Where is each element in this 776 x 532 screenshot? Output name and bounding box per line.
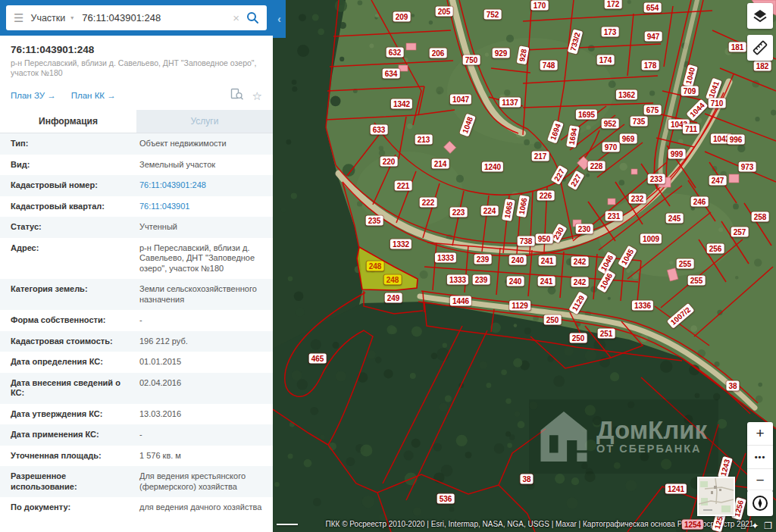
parcel-label[interactable]: 735 bbox=[630, 117, 648, 127]
parcel-label[interactable]: 248 bbox=[367, 261, 384, 271]
measure-button[interactable] bbox=[747, 35, 773, 61]
parcel-label[interactable]: 1009 bbox=[640, 234, 662, 244]
parcel-label[interactable]: 249 bbox=[385, 293, 402, 303]
parcel-label[interactable]: 182 bbox=[754, 61, 771, 71]
tab-services[interactable]: Услуги bbox=[136, 110, 273, 133]
parcel-label[interactable]: 242 bbox=[571, 257, 589, 267]
parcel-label[interactable]: 226 bbox=[537, 191, 555, 201]
parcel-label[interactable]: 947 bbox=[645, 32, 662, 42]
parcel-label[interactable]: 251 bbox=[598, 329, 615, 339]
parcel-label[interactable]: 239 bbox=[474, 255, 492, 264]
doc-search-icon[interactable] bbox=[230, 88, 243, 103]
parcel-label[interactable]: 38 bbox=[520, 474, 533, 484]
parcel-label[interactable]: 1241 bbox=[665, 484, 687, 494]
parcel-label[interactable]: 1240 bbox=[482, 162, 503, 172]
zoom-in-button[interactable]: + bbox=[747, 422, 773, 446]
parcel-label[interactable]: 221 bbox=[395, 181, 412, 191]
parcel-label[interactable]: 214 bbox=[432, 159, 449, 169]
parcel-label[interactable]: 240 bbox=[507, 277, 524, 286]
parcel-label[interactable]: 1446 bbox=[450, 296, 471, 306]
parcel-label[interactable]: 233 bbox=[648, 174, 665, 184]
parcel-label[interactable]: 248 bbox=[384, 275, 402, 285]
zoom-out-button[interactable]: − bbox=[747, 469, 773, 492]
parcel-label[interactable]: 632 bbox=[386, 48, 404, 58]
parcel-label[interactable]: 710 bbox=[709, 99, 726, 108]
more-options-button[interactable]: ••• bbox=[747, 446, 773, 469]
parcel-label[interactable]: 654 bbox=[644, 3, 662, 13]
parcel-label[interactable]: 709 bbox=[681, 86, 699, 96]
parcel-label[interactable]: 1129 bbox=[509, 301, 530, 311]
parcel-label[interactable]: 1333 bbox=[435, 253, 456, 263]
parcel-label[interactable]: 675 bbox=[644, 105, 662, 115]
parcel-label[interactable]: 209 bbox=[393, 12, 411, 22]
parcel-label[interactable]: 950 bbox=[536, 234, 553, 244]
parcel-label[interactable]: 240 bbox=[509, 255, 527, 265]
parcel-label[interactable]: 1342 bbox=[391, 99, 412, 109]
tab-information[interactable]: Информация bbox=[0, 110, 136, 133]
parcel-label[interactable]: 245 bbox=[666, 214, 684, 224]
parcel-label[interactable]: 1047 bbox=[450, 95, 471, 105]
parcel-label[interactable]: 1332 bbox=[390, 239, 411, 249]
parcel-label[interactable]: 255 bbox=[677, 259, 694, 269]
parcel-label[interactable]: 172 bbox=[605, 0, 622, 9]
parcel-label[interactable]: 232 bbox=[629, 194, 646, 204]
plan-zu-link[interactable]: План ЗУ → bbox=[11, 91, 56, 100]
parcel-label[interactable]: 999 bbox=[668, 149, 686, 159]
parcel-label[interactable]: 250 bbox=[544, 315, 562, 325]
overview-minimap[interactable] bbox=[697, 477, 735, 516]
search-input[interactable] bbox=[80, 11, 226, 24]
menu-icon[interactable]: ☰ bbox=[14, 12, 23, 23]
parcel-label[interactable]: 738 bbox=[518, 236, 535, 246]
parcel-label[interactable]: 239 bbox=[473, 275, 490, 285]
parcel-label[interactable]: 255 bbox=[688, 276, 706, 286]
parcel-label[interactable]: 633 bbox=[371, 125, 388, 135]
parcel-label[interactable]: 1695 bbox=[576, 110, 597, 120]
parcel-label[interactable]: 178 bbox=[642, 61, 659, 70]
parcel-label[interactable]: 224 bbox=[481, 206, 499, 216]
parcel-label[interactable]: 181 bbox=[729, 42, 746, 52]
clear-search-icon[interactable]: × bbox=[233, 12, 239, 23]
parcel-label[interactable]: 929 bbox=[493, 49, 510, 58]
chevron-down-icon[interactable]: ▾ bbox=[70, 14, 74, 21]
parcel-label[interactable]: 205 bbox=[436, 7, 453, 17]
search-icon[interactable] bbox=[246, 11, 259, 24]
plan-kk-link[interactable]: План КК → bbox=[71, 91, 116, 100]
parcel-label[interactable]: 231 bbox=[605, 211, 623, 221]
parcel-label[interactable]: 174 bbox=[597, 55, 615, 65]
parcel-label[interactable]: 952 bbox=[602, 119, 619, 129]
frame-icon[interactable]: ❐ bbox=[764, 521, 772, 531]
parcel-label[interactable]: 241 bbox=[539, 256, 556, 266]
parcel-label[interactable]: 230 bbox=[576, 224, 593, 234]
parcel-label[interactable]: 242 bbox=[571, 277, 589, 287]
home-icon[interactable]: ⌂ bbox=[740, 521, 746, 531]
parcel-label[interactable]: 247 bbox=[709, 176, 727, 186]
field-value-link[interactable]: 76:11:043901 bbox=[139, 202, 265, 212]
parcel-label[interactable]: 213 bbox=[415, 135, 433, 145]
parcel-label[interactable]: 235 bbox=[366, 216, 383, 226]
parcel-label[interactable]: 748 bbox=[540, 61, 558, 70]
parcel-label[interactable]: 1137 bbox=[499, 98, 521, 108]
parcel-label[interactable]: 465 bbox=[309, 354, 327, 364]
parcel-label[interactable]: 750 bbox=[463, 55, 480, 65]
parcel-label[interactable]: 246 bbox=[691, 197, 709, 207]
favorite-star-icon[interactable]: ☆ bbox=[252, 90, 262, 102]
parcel-label[interactable]: 38 bbox=[726, 381, 739, 391]
parcel-label[interactable]: 222 bbox=[420, 198, 437, 208]
parcel-label[interactable]: 170 bbox=[531, 1, 549, 11]
parcel-label[interactable]: 258 bbox=[752, 212, 769, 222]
search-category-dropdown[interactable]: Участки bbox=[30, 13, 65, 23]
parcel-label[interactable]: 970 bbox=[602, 142, 620, 152]
parcel-label[interactable]: 536 bbox=[437, 494, 455, 504]
field-value-link[interactable]: 76:11:043901:248 bbox=[139, 180, 265, 191]
parcel-label[interactable]: 1254 bbox=[682, 520, 703, 530]
navigate-icon[interactable]: ✦ bbox=[751, 521, 759, 531]
parcel-label[interactable]: 250 bbox=[570, 333, 587, 343]
parcel-label[interactable]: 996 bbox=[728, 135, 745, 145]
parcel-label[interactable]: 217 bbox=[532, 152, 549, 161]
parcel-label[interactable]: 1362 bbox=[616, 90, 637, 100]
parcel-label[interactable]: 257 bbox=[731, 227, 749, 237]
parcel-label[interactable]: 1336 bbox=[632, 301, 653, 311]
sidebar-collapse-button[interactable]: ‹ bbox=[273, 0, 286, 38]
parcel-label[interactable]: 220 bbox=[380, 157, 398, 167]
locate-button[interactable] bbox=[747, 490, 773, 516]
